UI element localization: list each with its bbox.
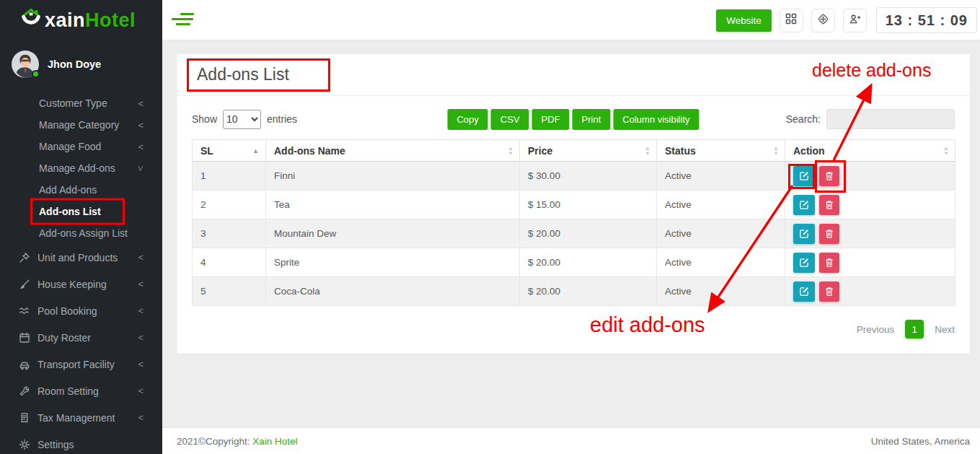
grid-icon <box>785 13 797 27</box>
column-header-action[interactable]: Action▲▼ <box>785 140 955 162</box>
website-button[interactable]: Website <box>716 9 772 32</box>
cell-sl: 1 <box>193 162 266 191</box>
sidebar-item-manage-addons[interactable]: Manage Add-ons < <box>0 157 162 179</box>
column-header-name[interactable]: Add-ons Name▲▼ <box>266 140 520 162</box>
edit-button[interactable] <box>793 281 815 302</box>
online-status-dot <box>32 70 40 78</box>
edit-button[interactable] <box>793 166 815 186</box>
cell-sl: 4 <box>193 248 266 277</box>
footer-brand-link[interactable]: Xain Hotel <box>252 436 297 447</box>
sidebar-nav: Customer Type < Manage Category < Manage… <box>0 92 162 454</box>
sidebar-item-duty-roster[interactable]: Duty Roster < <box>0 324 162 351</box>
chevron-left-icon: < <box>138 279 144 289</box>
sidebar-item-unit-and-products[interactable]: Unit and Products < <box>0 244 162 271</box>
print-button[interactable]: Print <box>573 109 611 130</box>
cell-sl: 5 <box>193 277 266 306</box>
move-diamond-button[interactable] <box>811 9 835 32</box>
edit-button[interactable] <box>793 253 815 273</box>
cell-action <box>785 191 955 219</box>
cell-name: Mountain Dew <box>266 219 520 248</box>
pagination-page-1[interactable]: 1 <box>905 320 924 339</box>
cell-name: Sprite <box>266 248 520 277</box>
chevron-left-icon: < <box>138 305 144 316</box>
diamond-move-icon <box>817 13 829 28</box>
show-label: Show <box>192 113 217 125</box>
table-controls: Show 10 entries Copy CSV PDF Print Colum… <box>177 96 970 135</box>
sort-icon: ▲▼ <box>773 146 779 156</box>
pagination-next[interactable]: Next <box>935 324 955 335</box>
sort-icon: ▲▼ <box>943 146 949 156</box>
chevron-left-icon: < <box>138 412 144 423</box>
column-header-status[interactable]: Status▲▼ <box>657 140 785 162</box>
user-profile[interactable]: Jhon Doye <box>0 38 162 88</box>
delete-button[interactable] <box>819 253 839 273</box>
column-header-price[interactable]: Price▲▼ <box>520 140 657 162</box>
add-user-button[interactable] <box>843 9 867 32</box>
pagination: Previous 1 Next <box>177 306 970 339</box>
cell-action <box>785 248 955 277</box>
cell-status: Active <box>657 219 785 248</box>
annotation-delete-label: delete add-ons <box>812 60 931 81</box>
column-visibility-button[interactable]: Column visibility <box>613 109 699 130</box>
cell-price: $ 20.00 <box>520 248 657 277</box>
chevron-left-icon: < <box>138 359 144 370</box>
cell-price: $ 20.00 <box>520 219 657 248</box>
sidebar-item-house-keeping[interactable]: House Keeping < <box>0 271 162 297</box>
car-icon <box>19 359 30 370</box>
delete-button[interactable] <box>819 224 839 244</box>
brand-logo[interactable]: xainHotel <box>0 0 162 38</box>
sidebar-item-addons-list[interactable]: Add-ons List <box>0 201 162 222</box>
cell-price: $ 15.00 <box>520 191 657 219</box>
column-header-sl[interactable]: SL▲ <box>193 140 266 162</box>
sidebar-item-tax-management[interactable]: Tax Management < <box>0 404 162 431</box>
chevron-left-icon: < <box>138 98 144 109</box>
annotation-box-title: Add-ons List <box>187 58 330 92</box>
sidebar-item-room-setting[interactable]: Room Setting < <box>0 377 162 404</box>
cell-name: Tea <box>266 191 520 219</box>
cell-price: $ 30.00 <box>520 162 657 191</box>
sidebar-item-manage-food[interactable]: Manage Food < <box>0 136 162 157</box>
chevron-left-icon: < <box>138 332 144 343</box>
menu-toggle-icon[interactable] <box>172 13 195 28</box>
sidebar-item-settings[interactable]: Settings <box>0 431 162 454</box>
waves-icon <box>19 305 30 317</box>
sidebar-item-add-addons[interactable]: Add Add-ons <box>0 179 162 201</box>
edit-button[interactable] <box>793 195 815 215</box>
page-title: Add-ons List <box>197 65 289 84</box>
cell-sl: 2 <box>193 191 266 219</box>
edit-button[interactable] <box>793 224 815 244</box>
delete-button[interactable] <box>819 281 839 302</box>
hotel-house-icon <box>19 7 43 33</box>
cell-price: $ 20.00 <box>520 277 657 306</box>
page-length-select[interactable]: 10 <box>223 110 261 129</box>
cell-sl: 3 <box>193 219 266 248</box>
footer-location: United States, America <box>871 436 970 447</box>
search-input[interactable] <box>826 109 955 129</box>
search-label: Search: <box>786 113 821 125</box>
clock-display: 13 : 51 : 09 <box>876 7 977 33</box>
brand-name: xainHotel <box>45 9 136 32</box>
annotation-edit-label: edit add-ons <box>590 313 705 337</box>
user-plus-icon <box>849 14 861 27</box>
sidebar-item-pool-booking[interactable]: Pool Booking < <box>0 297 162 324</box>
addons-table: SL▲ Add-ons Name▲▼ Price▲▼ Status▲▼ Acti… <box>192 139 955 306</box>
cell-name: Finni <box>266 162 520 191</box>
cell-status: Active <box>657 162 785 191</box>
pdf-button[interactable]: PDF <box>532 109 570 130</box>
copy-button[interactable]: Copy <box>447 109 487 130</box>
grid-apps-button[interactable] <box>780 9 803 32</box>
calendar-icon <box>19 332 30 344</box>
cell-name: Coca-Cola <box>266 277 520 306</box>
avatar <box>12 51 39 78</box>
sidebar-item-addons-assign-list[interactable]: Add-ons Assign List <box>0 222 162 244</box>
delete-button[interactable] <box>819 195 839 215</box>
sidebar: xainHotel Jhon Doye Customer Type < Mana… <box>0 0 162 454</box>
delete-button[interactable] <box>819 166 839 186</box>
sidebar-item-transport-facility[interactable]: Transport Facility < <box>0 351 162 377</box>
export-buttons: Copy CSV PDF Print Column visibility <box>446 109 700 130</box>
csv-button[interactable]: CSV <box>491 109 529 130</box>
sidebar-item-customer-type[interactable]: Customer Type < <box>0 92 162 114</box>
sidebar-item-manage-category[interactable]: Manage Category < <box>0 114 162 136</box>
entries-label: entries <box>267 113 297 125</box>
pagination-previous[interactable]: Previous <box>857 324 895 335</box>
